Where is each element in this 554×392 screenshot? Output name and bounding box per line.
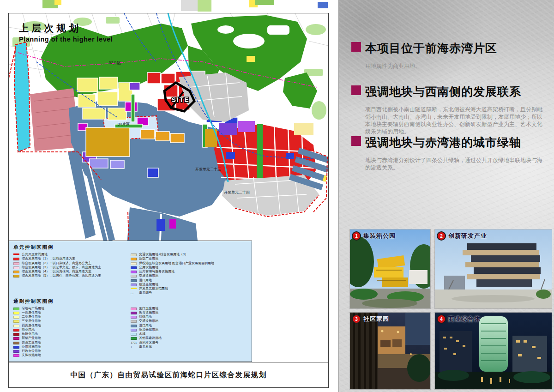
legend-item-label: 新型产业用地	[22, 336, 41, 340]
section-location: 本项目位于前海赤湾片区 用地属性为商业用地。	[351, 41, 543, 70]
legend-item-label: 综合发展用地（1）：以商业用途为主	[22, 257, 75, 260]
photo-label: 社区家园	[363, 315, 389, 323]
legend-swatch-icon	[13, 262, 19, 265]
legend-item: 文体设施用地	[13, 353, 128, 357]
top-margin-scrap	[198, 0, 211, 12]
analysis-panel: 本项目位于前海赤湾片区 用地属性为商业用地。 强调地块与西南侧的发展联系 项目西…	[338, 0, 554, 392]
legend-item-label: 绿地与广场用地	[22, 307, 44, 310]
legend-item-label: 四类居住用地	[22, 324, 41, 327]
legend-general-title: 通则控制区图例	[13, 298, 248, 305]
legend-swatch-icon: ⌇	[131, 345, 137, 349]
legend-item: 旅馆业用地	[13, 332, 128, 336]
legend-swatch-icon	[13, 275, 19, 277]
legend-item-label: 综合发展用地（4）：以滨海休闲、商业用途为主	[22, 270, 91, 273]
legend-item-label: 行政办公用地	[22, 349, 41, 353]
legend-item-label: 文体设施用地	[22, 353, 41, 357]
legend-item-label: 公用设施用地	[22, 345, 41, 349]
legend-item-label: 综合发展用地（5）：以居住、商务公寓、酒店用途为主	[22, 274, 101, 277]
legend-swatch-icon	[13, 271, 19, 273]
section-heading: 强调地块与西南侧的发展联系	[365, 84, 543, 99]
photo-number-badge: 3	[352, 314, 361, 324]
bullet-square-icon	[351, 42, 361, 52]
photo-caption: 1 集装箱公园	[352, 231, 396, 241]
legend-item: 商业用地	[13, 328, 128, 332]
legend-item: 公共管理与服务设施用地	[131, 270, 245, 273]
legend-item-label: 一类居住用地	[22, 311, 41, 314]
legend-swatch-icon	[13, 337, 19, 340]
section-southwest-link: 强调地块与西南侧的发展联系 项目西北侧被小南山隧道隔断，东北侧被兴海大道高架桥打…	[351, 84, 543, 135]
map-title-zh: 上层次规划	[19, 22, 113, 35]
legend-swatch-icon	[13, 354, 19, 357]
section-body: 项目西北侧被小南山隧道隔断，东北侧被兴海大道高架桥打断，且分别毗邻小南山、大南山…	[365, 106, 543, 135]
photo-label: 商业综合体	[448, 315, 481, 323]
legend-swatch-icon	[13, 258, 19, 260]
legend-item: 综合发展用地（5）：以居住、商务公寓、酒店用途为主	[13, 274, 128, 277]
legend-item-label: 港口用地	[139, 324, 152, 327]
legend-item-label: 综合发展用地（2）：以口岸经济、商业办公为主	[22, 261, 91, 265]
map-legend: 单元控制区图例 公共开放空间用地综合发展用地（1）：以商业用途为主综合发展用地（…	[9, 241, 252, 362]
legend-item-label: 其他非建设用地	[139, 336, 162, 340]
legend-swatch-icon	[131, 312, 137, 314]
photo-caption: 3 社区家园	[352, 314, 389, 324]
photo-commercial-complex-image	[435, 313, 552, 389]
legend-item: 二类居住用地	[13, 315, 128, 319]
legend-swatch-icon	[13, 342, 19, 344]
legend-item: 新型产业用地	[13, 336, 128, 340]
legend-swatch-icon	[131, 271, 137, 273]
legend-swatch-icon	[13, 308, 19, 310]
site-label: SITE	[171, 96, 189, 103]
legend-swatch-icon	[131, 333, 137, 336]
legend-swatch-icon	[131, 283, 137, 286]
legend-item: 普通工业用地	[13, 341, 128, 344]
legend-item-label: 三类居住用地	[22, 319, 41, 323]
legend-item: 特殊用地	[131, 315, 245, 319]
legend-item-label: 交通设施用地	[139, 319, 158, 323]
legend-item: 公共开放空间用地	[13, 253, 128, 256]
legend-swatch-icon	[131, 253, 137, 256]
legend-swatch-icon: 1701	[131, 341, 137, 344]
legend-general-right-column: 医疗卫生用地教育设施用地特殊用地交通设施用地港口用地物流仓储用地水域其他非建设用…	[131, 306, 248, 358]
legend-swatch-icon	[13, 253, 19, 255]
legend-item: 综合发展用地（1）：以商业用途为主	[13, 257, 128, 260]
legend-item: 行政办公用地	[13, 349, 128, 353]
photo-caption: 2 创新研发产业	[437, 231, 487, 241]
legend-item-label: 旅馆业用地	[22, 332, 38, 336]
legend-item-label: 保税港区综合发展用地 配合港口产业发展需要的用地	[139, 261, 214, 265]
legend-swatch-icon	[131, 320, 137, 323]
map-title-en: Planning of the higher level	[19, 36, 113, 43]
legend-item: ▭单元编号	[131, 291, 245, 295]
legend-item: 教育设施用地	[131, 311, 245, 314]
legend-item-label: 交通设施用地	[139, 274, 158, 277]
photo-label: 创新研发产业	[448, 232, 487, 240]
legend-item: 交通设施用地	[131, 274, 245, 277]
legend-swatch-icon	[131, 329, 137, 332]
legend-item-label: 医疗卫生用地	[139, 307, 158, 310]
legend-item: 绿地与广场用地	[13, 307, 128, 310]
legend-swatch-icon	[13, 316, 19, 319]
legend-item: 新型产业用地	[131, 257, 245, 260]
legend-item: 综合发展用地（3）：以艺术文化、娱乐、商业用途为主	[13, 265, 128, 269]
legend-item: 四类居住用地	[13, 324, 128, 327]
top-margin-scrap	[54, 0, 61, 5]
legend-swatch-icon: ▭	[131, 291, 137, 295]
legend-item-label: 公用设施用地	[139, 265, 158, 269]
legend-swatch-icon	[131, 288, 137, 289]
legend-swatch-icon	[13, 350, 19, 353]
unit24-label: 开发单元二十四	[224, 190, 250, 194]
photo-innovation-rnd: 2 创新研发产业	[435, 229, 552, 308]
legend-item: 港口用地	[131, 278, 245, 282]
legend-swatch-icon	[13, 346, 19, 349]
legend-item-label: 开发单元规划范围线	[139, 287, 168, 290]
legend-item: 综合发展用地（4）：以滨海休闲、商业用途为主	[13, 270, 128, 273]
legend-item: 1701通则片区编号	[131, 341, 245, 344]
legend-item-label: 单元编号	[139, 291, 152, 295]
legend-item-label: 二类居住用地	[22, 315, 41, 319]
legend-item: 三类居住用地	[13, 319, 128, 323]
section-heading: 强调地块与赤湾港的城市绿轴	[365, 135, 543, 150]
map-caption: 中国（广东）自由贸易试验区前海蛇口片区综合发展规划	[9, 362, 328, 387]
legend-general-left-column: 绿地与广场用地一类居住用地二类居住用地三类居住用地四类居住用地商业用地旅馆业用地…	[13, 306, 131, 358]
legend-swatch-icon	[131, 316, 137, 319]
photo-caption: 4 商业综合体	[437, 314, 481, 324]
legend-swatch-icon	[131, 275, 137, 277]
legend-item-label: 水域	[139, 332, 145, 336]
